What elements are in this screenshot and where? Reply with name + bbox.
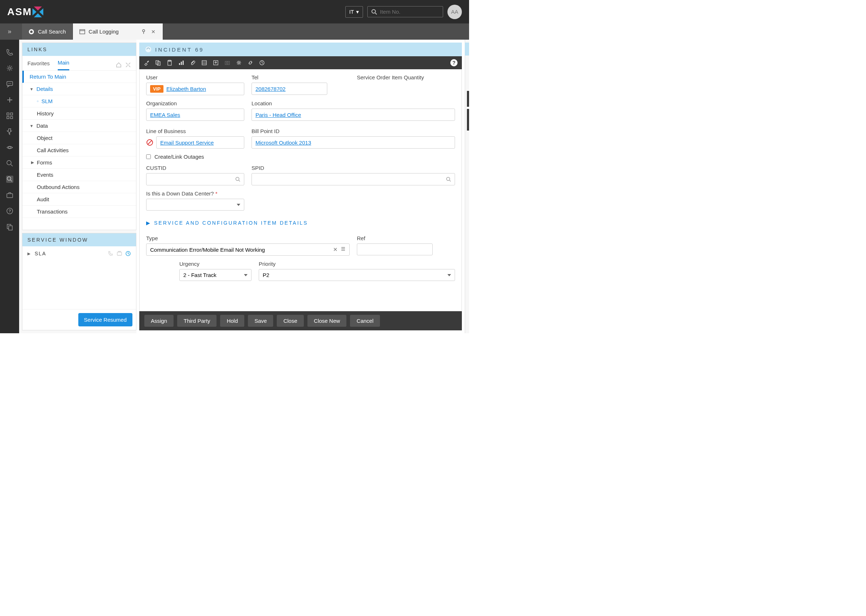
close-button[interactable]: Close (277, 315, 304, 327)
home-icon[interactable] (116, 62, 121, 68)
camera-tool-icon[interactable] (224, 60, 230, 66)
language-select[interactable]: IT ▾ (345, 6, 363, 18)
phone-icon[interactable] (5, 48, 14, 57)
expand-sidebar-button[interactable]: » (0, 24, 19, 40)
user-field[interactable]: VIP Elizabeth Barton (146, 83, 244, 95)
copy-tool-icon[interactable] (155, 60, 161, 66)
eye-icon[interactable] (5, 143, 14, 152)
tree-details[interactable]: ▼Details (22, 83, 136, 95)
svg-rect-41 (179, 63, 180, 65)
tree-audit[interactable]: Audit (22, 193, 136, 206)
save-button[interactable]: Save (248, 315, 273, 327)
svg-marker-2 (39, 8, 43, 16)
custid-input[interactable] (150, 177, 232, 182)
svg-line-5 (375, 13, 377, 14)
create-outages-checkbox[interactable]: Create/Link Outages (146, 154, 455, 160)
tel-field[interactable]: 2082678702 (252, 83, 327, 95)
tree-object[interactable]: Object (22, 132, 136, 144)
main-tab[interactable]: Main (58, 60, 70, 70)
grid-icon[interactable] (5, 111, 14, 121)
tree-history[interactable]: History (22, 107, 136, 120)
spid-input[interactable] (255, 177, 443, 182)
sla-row[interactable]: ▶ SLA (22, 246, 136, 261)
clear-icon[interactable]: ✕ (333, 246, 338, 253)
spid-field[interactable] (252, 173, 455, 185)
urgency-select[interactable]: 2 - Fast Track (179, 269, 252, 281)
billpoint-field[interactable]: Microsoft Outlook 2013 (252, 136, 455, 149)
search-icon[interactable] (446, 177, 451, 182)
clock-tool-icon[interactable] (259, 60, 265, 66)
copy-icon[interactable] (5, 222, 14, 231)
search-filled-icon[interactable] (5, 174, 14, 184)
user-link[interactable]: Elizabeth Barton (166, 86, 206, 92)
svg-point-10 (143, 30, 145, 32)
help-tool-icon[interactable]: ? (450, 59, 458, 66)
type-field[interactable]: ✕ (146, 244, 350, 256)
form-area: User VIP Elizabeth Barton Tel 2082678702… (139, 69, 462, 311)
refresh-icon[interactable] (117, 251, 122, 256)
briefcase-icon[interactable] (5, 190, 14, 200)
chat-icon[interactable] (5, 79, 14, 89)
attach-tool-icon[interactable] (190, 60, 195, 66)
search-icon[interactable] (235, 177, 240, 182)
list-icon[interactable] (341, 246, 346, 253)
tree-forms[interactable]: ▶Forms (22, 157, 136, 169)
incident-title: INCIDENT 69 (155, 47, 204, 53)
tree-return[interactable]: Return To Main (22, 71, 136, 83)
clock-icon[interactable] (125, 251, 131, 256)
lob-field[interactable]: Email Support Service (156, 136, 244, 149)
right-scroll-peek[interactable] (467, 91, 469, 107)
cancel-button[interactable]: Cancel (350, 315, 380, 327)
down-dc-select[interactable] (146, 199, 244, 211)
third-party-button[interactable]: Third Party (177, 315, 216, 327)
priority-select[interactable]: P2 (259, 269, 455, 281)
ref-input[interactable] (357, 244, 433, 255)
section-sci[interactable]: ▶ SERVICE AND CONFIGURATION ITEM DETAILS (146, 216, 455, 230)
tab-call-search[interactable]: Call Search (22, 24, 73, 40)
type-input[interactable] (150, 247, 330, 253)
tree-call-activities[interactable]: Call Activities (22, 144, 136, 157)
service-resumed-button[interactable]: Service Resumed (78, 313, 132, 326)
link-tool-icon[interactable] (247, 60, 253, 66)
svg-point-50 (238, 62, 240, 64)
svg-point-16 (11, 83, 11, 84)
assign-button[interactable]: Assign (144, 315, 173, 327)
location-field[interactable]: Paris - Head Office (252, 108, 455, 121)
bars-tool-icon[interactable] (178, 60, 184, 66)
right-scroll-peek-2[interactable] (467, 109, 469, 130)
avatar[interactable]: AA (447, 5, 462, 19)
label-ref: Ref (357, 235, 433, 241)
favorites-tab[interactable]: Favorites (27, 60, 50, 70)
right-panel-peek[interactable] (465, 42, 469, 55)
item-search[interactable] (367, 6, 443, 17)
custid-field[interactable] (146, 173, 244, 185)
tree-events[interactable]: Events (22, 169, 136, 181)
phone-small-icon[interactable] (108, 251, 114, 256)
incident-type-icon (145, 46, 151, 53)
item-search-input[interactable] (380, 9, 439, 15)
tab-call-logging[interactable]: Call Logging ✕ (73, 24, 163, 40)
plus-icon[interactable] (5, 95, 14, 105)
hold-button[interactable]: Hold (220, 315, 244, 327)
gear-icon[interactable] (5, 63, 14, 73)
clipboard-tool-icon[interactable] (167, 60, 172, 66)
export-tool-icon[interactable] (213, 60, 219, 66)
search-icon[interactable] (5, 159, 14, 168)
gear-tool-icon[interactable] (236, 60, 242, 66)
organization-field[interactable]: EMEA Sales (146, 108, 244, 121)
svg-rect-21 (7, 116, 9, 119)
table-tool-icon[interactable] (202, 60, 207, 66)
pin-tool-icon[interactable] (143, 60, 150, 66)
tree-outbound[interactable]: Outbound Actions (22, 181, 136, 193)
close-new-button[interactable]: Close New (307, 315, 347, 327)
pin-icon[interactable] (5, 127, 14, 136)
collapse-icon[interactable] (125, 62, 131, 68)
pin-icon[interactable] (140, 28, 147, 35)
tree-data[interactable]: ▼Data (22, 120, 136, 132)
left-column: LINKS Favorites Main Return To Main ▼Det… (19, 40, 136, 333)
close-icon[interactable]: ✕ (150, 28, 156, 35)
create-outages-input[interactable] (146, 154, 151, 159)
tree-transactions[interactable]: Transactions (22, 206, 136, 218)
help-icon[interactable]: ? (5, 206, 14, 216)
tree-slm[interactable]: ○SLM (22, 95, 136, 107)
